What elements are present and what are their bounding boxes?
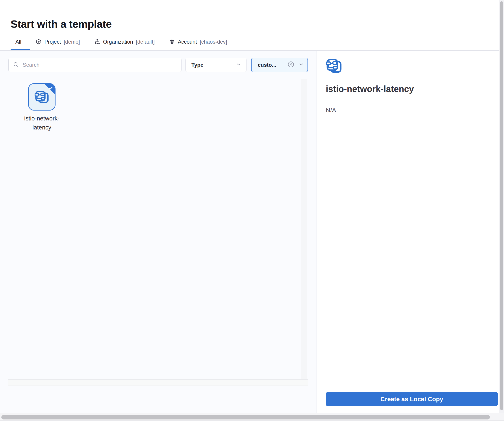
workflow-icon [326,59,342,73]
workflow-icon [35,90,49,103]
tab-account[interactable]: Account [chaos-dev] [169,39,227,45]
grid-vertical-scrollbar-track [301,79,307,379]
page-vertical-scrollbar-thumb[interactable] [500,1,503,410]
tab-account-label: Account [178,39,197,45]
circle-x-icon[interactable] [287,61,294,69]
tab-account-scope: [chaos-dev] [200,39,227,45]
org-chart-icon [94,39,100,45]
tab-project-label: Project [44,39,61,45]
chevron-down-icon [299,62,304,68]
page-vertical-scrollbar-track [499,0,504,413]
template-detail-description: N/A [326,107,336,114]
tab-project-scope: [demo] [64,39,80,45]
window-bottom-edge [0,420,504,421]
page-horizontal-scrollbar-thumb[interactable] [1,415,490,420]
create-as-local-copy-button[interactable]: Create as Local Copy [326,392,498,406]
template-grid: istio-network-latency [8,79,308,386]
template-tile [28,83,55,111]
cube-icon [36,39,42,45]
template-details-panel: istio-network-latency N/A Create as Loca… [317,51,499,413]
template-detail-title: istio-network-latency [326,84,414,94]
grid-horizontal-scrollbar-track [8,379,308,386]
tag-filter-label: custo... [258,62,283,68]
search-input[interactable] [22,62,177,68]
search-icon [13,62,19,68]
layers-icon [169,39,175,45]
page-horizontal-scrollbar-track [0,413,504,421]
tab-organization-scope: [default] [136,39,155,45]
type-dropdown[interactable]: Type [186,58,246,72]
template-browser-panel: Type custo... [0,51,317,413]
tab-organization-label: Organization [103,39,133,45]
check-icon [48,85,53,92]
search-box [8,58,181,72]
chevron-down-icon [236,62,241,68]
type-dropdown-label: Type [192,62,203,68]
page-title: Start with a template [11,18,112,30]
template-card-istio-network-latency[interactable]: istio-network-latency [19,83,64,132]
tab-organization[interactable]: Organization [default] [94,39,155,45]
tag-filter-dropdown[interactable]: custo... [251,58,308,72]
scope-tabs: All Project [demo] Organization [default… [15,33,227,50]
tab-all[interactable]: All [15,39,21,45]
tab-all-label: All [15,39,21,45]
template-name: istio-network-latency [20,114,64,132]
tab-project[interactable]: Project [demo] [36,39,80,45]
